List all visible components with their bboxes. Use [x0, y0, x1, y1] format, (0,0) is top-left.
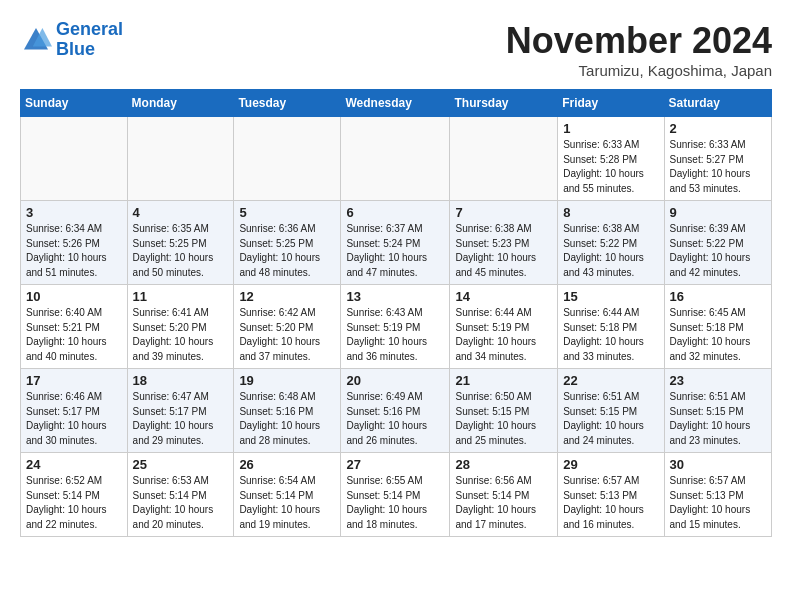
cell-text: Sunrise: 6:41 AM Sunset: 5:20 PM Dayligh…	[133, 306, 229, 364]
day-number: 19	[239, 373, 335, 388]
cell-text: Sunrise: 6:46 AM Sunset: 5:17 PM Dayligh…	[26, 390, 122, 448]
cell-text: Sunrise: 6:48 AM Sunset: 5:16 PM Dayligh…	[239, 390, 335, 448]
calendar-cell: 4Sunrise: 6:35 AM Sunset: 5:25 PM Daylig…	[127, 201, 234, 285]
day-number: 2	[670, 121, 766, 136]
weekday-header-row: SundayMondayTuesdayWednesdayThursdayFrid…	[21, 90, 772, 117]
weekday-header: Monday	[127, 90, 234, 117]
calendar-cell: 30Sunrise: 6:57 AM Sunset: 5:13 PM Dayli…	[664, 453, 771, 537]
day-number: 10	[26, 289, 122, 304]
day-number: 20	[346, 373, 444, 388]
cell-text: Sunrise: 6:53 AM Sunset: 5:14 PM Dayligh…	[133, 474, 229, 532]
day-number: 1	[563, 121, 658, 136]
cell-text: Sunrise: 6:34 AM Sunset: 5:26 PM Dayligh…	[26, 222, 122, 280]
day-number: 18	[133, 373, 229, 388]
cell-text: Sunrise: 6:44 AM Sunset: 5:18 PM Dayligh…	[563, 306, 658, 364]
calendar-week-row: 17Sunrise: 6:46 AM Sunset: 5:17 PM Dayli…	[21, 369, 772, 453]
cell-text: Sunrise: 6:55 AM Sunset: 5:14 PM Dayligh…	[346, 474, 444, 532]
calendar-cell: 26Sunrise: 6:54 AM Sunset: 5:14 PM Dayli…	[234, 453, 341, 537]
calendar-cell	[341, 117, 450, 201]
weekday-header: Tuesday	[234, 90, 341, 117]
calendar-cell: 21Sunrise: 6:50 AM Sunset: 5:15 PM Dayli…	[450, 369, 558, 453]
calendar-cell: 22Sunrise: 6:51 AM Sunset: 5:15 PM Dayli…	[558, 369, 664, 453]
calendar-cell: 25Sunrise: 6:53 AM Sunset: 5:14 PM Dayli…	[127, 453, 234, 537]
calendar-cell: 27Sunrise: 6:55 AM Sunset: 5:14 PM Dayli…	[341, 453, 450, 537]
title-area: November 2024 Tarumizu, Kagoshima, Japan	[506, 20, 772, 79]
cell-text: Sunrise: 6:38 AM Sunset: 5:23 PM Dayligh…	[455, 222, 552, 280]
calendar-cell: 23Sunrise: 6:51 AM Sunset: 5:15 PM Dayli…	[664, 369, 771, 453]
cell-text: Sunrise: 6:38 AM Sunset: 5:22 PM Dayligh…	[563, 222, 658, 280]
calendar-cell	[234, 117, 341, 201]
day-number: 14	[455, 289, 552, 304]
calendar-cell: 28Sunrise: 6:56 AM Sunset: 5:14 PM Dayli…	[450, 453, 558, 537]
cell-text: Sunrise: 6:54 AM Sunset: 5:14 PM Dayligh…	[239, 474, 335, 532]
day-number: 8	[563, 205, 658, 220]
day-number: 9	[670, 205, 766, 220]
cell-text: Sunrise: 6:43 AM Sunset: 5:19 PM Dayligh…	[346, 306, 444, 364]
cell-text: Sunrise: 6:52 AM Sunset: 5:14 PM Dayligh…	[26, 474, 122, 532]
day-number: 6	[346, 205, 444, 220]
cell-text: Sunrise: 6:36 AM Sunset: 5:25 PM Dayligh…	[239, 222, 335, 280]
day-number: 16	[670, 289, 766, 304]
calendar-cell: 14Sunrise: 6:44 AM Sunset: 5:19 PM Dayli…	[450, 285, 558, 369]
cell-text: Sunrise: 6:33 AM Sunset: 5:28 PM Dayligh…	[563, 138, 658, 196]
cell-text: Sunrise: 6:57 AM Sunset: 5:13 PM Dayligh…	[670, 474, 766, 532]
day-number: 15	[563, 289, 658, 304]
calendar-cell	[450, 117, 558, 201]
day-number: 23	[670, 373, 766, 388]
calendar-cell: 19Sunrise: 6:48 AM Sunset: 5:16 PM Dayli…	[234, 369, 341, 453]
calendar-cell: 8Sunrise: 6:38 AM Sunset: 5:22 PM Daylig…	[558, 201, 664, 285]
calendar-table: SundayMondayTuesdayWednesdayThursdayFrid…	[20, 89, 772, 537]
day-number: 22	[563, 373, 658, 388]
calendar-week-row: 10Sunrise: 6:40 AM Sunset: 5:21 PM Dayli…	[21, 285, 772, 369]
day-number: 27	[346, 457, 444, 472]
day-number: 12	[239, 289, 335, 304]
calendar-cell	[127, 117, 234, 201]
cell-text: Sunrise: 6:57 AM Sunset: 5:13 PM Dayligh…	[563, 474, 658, 532]
cell-text: Sunrise: 6:45 AM Sunset: 5:18 PM Dayligh…	[670, 306, 766, 364]
calendar-cell: 15Sunrise: 6:44 AM Sunset: 5:18 PM Dayli…	[558, 285, 664, 369]
day-number: 11	[133, 289, 229, 304]
calendar-cell: 5Sunrise: 6:36 AM Sunset: 5:25 PM Daylig…	[234, 201, 341, 285]
calendar-cell: 2Sunrise: 6:33 AM Sunset: 5:27 PM Daylig…	[664, 117, 771, 201]
day-number: 13	[346, 289, 444, 304]
calendar-cell: 9Sunrise: 6:39 AM Sunset: 5:22 PM Daylig…	[664, 201, 771, 285]
calendar-cell: 10Sunrise: 6:40 AM Sunset: 5:21 PM Dayli…	[21, 285, 128, 369]
weekday-header: Saturday	[664, 90, 771, 117]
day-number: 5	[239, 205, 335, 220]
calendar-cell: 12Sunrise: 6:42 AM Sunset: 5:20 PM Dayli…	[234, 285, 341, 369]
cell-text: Sunrise: 6:51 AM Sunset: 5:15 PM Dayligh…	[670, 390, 766, 448]
cell-text: Sunrise: 6:40 AM Sunset: 5:21 PM Dayligh…	[26, 306, 122, 364]
calendar-cell: 16Sunrise: 6:45 AM Sunset: 5:18 PM Dayli…	[664, 285, 771, 369]
calendar-cell: 29Sunrise: 6:57 AM Sunset: 5:13 PM Dayli…	[558, 453, 664, 537]
calendar-cell: 13Sunrise: 6:43 AM Sunset: 5:19 PM Dayli…	[341, 285, 450, 369]
day-number: 21	[455, 373, 552, 388]
calendar-cell	[21, 117, 128, 201]
logo: General Blue	[20, 20, 123, 60]
weekday-header: Wednesday	[341, 90, 450, 117]
month-title: November 2024	[506, 20, 772, 62]
calendar-week-row: 3Sunrise: 6:34 AM Sunset: 5:26 PM Daylig…	[21, 201, 772, 285]
day-number: 4	[133, 205, 229, 220]
calendar-cell: 17Sunrise: 6:46 AM Sunset: 5:17 PM Dayli…	[21, 369, 128, 453]
calendar-cell: 7Sunrise: 6:38 AM Sunset: 5:23 PM Daylig…	[450, 201, 558, 285]
cell-text: Sunrise: 6:47 AM Sunset: 5:17 PM Dayligh…	[133, 390, 229, 448]
weekday-header: Friday	[558, 90, 664, 117]
day-number: 3	[26, 205, 122, 220]
day-number: 26	[239, 457, 335, 472]
header: General Blue November 2024 Tarumizu, Kag…	[20, 20, 772, 79]
calendar-cell: 11Sunrise: 6:41 AM Sunset: 5:20 PM Dayli…	[127, 285, 234, 369]
calendar-week-row: 1Sunrise: 6:33 AM Sunset: 5:28 PM Daylig…	[21, 117, 772, 201]
calendar-week-row: 24Sunrise: 6:52 AM Sunset: 5:14 PM Dayli…	[21, 453, 772, 537]
calendar-cell: 3Sunrise: 6:34 AM Sunset: 5:26 PM Daylig…	[21, 201, 128, 285]
logo-text: General Blue	[56, 20, 123, 60]
day-number: 24	[26, 457, 122, 472]
cell-text: Sunrise: 6:44 AM Sunset: 5:19 PM Dayligh…	[455, 306, 552, 364]
weekday-header: Sunday	[21, 90, 128, 117]
day-number: 29	[563, 457, 658, 472]
cell-text: Sunrise: 6:37 AM Sunset: 5:24 PM Dayligh…	[346, 222, 444, 280]
day-number: 7	[455, 205, 552, 220]
cell-text: Sunrise: 6:51 AM Sunset: 5:15 PM Dayligh…	[563, 390, 658, 448]
cell-text: Sunrise: 6:35 AM Sunset: 5:25 PM Dayligh…	[133, 222, 229, 280]
calendar-cell: 24Sunrise: 6:52 AM Sunset: 5:14 PM Dayli…	[21, 453, 128, 537]
cell-text: Sunrise: 6:39 AM Sunset: 5:22 PM Dayligh…	[670, 222, 766, 280]
